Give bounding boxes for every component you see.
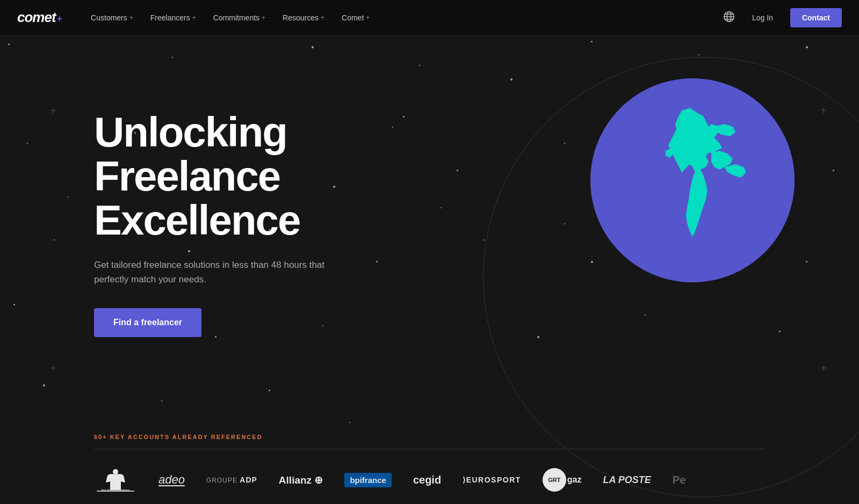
nav-right: Log In Contact <box>723 8 842 27</box>
star <box>564 143 565 144</box>
nav-item-comet[interactable]: Comet + <box>334 9 377 26</box>
hero-subtitle: Get tailored freelance solutions in less… <box>94 258 352 287</box>
svg-text:les mousquetaires: les mousquetaires <box>102 488 130 492</box>
nav-links: Customers + Freelancers + Commitments + … <box>83 9 723 26</box>
logo-laposte: LA POSTE <box>603 466 651 493</box>
nav-label-commitments: Commitments <box>213 13 259 22</box>
find-freelancer-button[interactable]: Find a freelancer <box>94 308 201 337</box>
star <box>441 207 442 208</box>
star <box>698 54 699 55</box>
hero-title-line1: Unlocking <box>94 108 287 156</box>
star <box>510 78 512 81</box>
star <box>537 336 539 338</box>
logo[interactable]: comet+ <box>17 9 62 26</box>
logos-section: 60+ KEY ACCOUNTS ALREADY REFERENCED les … <box>0 434 859 504</box>
hero-title: Unlocking Freelance Excellence <box>94 111 376 243</box>
hero-content: Unlocking Freelance Excellence Get tailo… <box>0 35 376 369</box>
star <box>43 384 45 386</box>
hero-section: + + + + Unlocking Freelance Excellence G… <box>0 35 859 504</box>
star <box>483 239 485 240</box>
nav-label-customers: Customers <box>91 13 127 22</box>
logo-bpifrance: bpifrance <box>344 466 392 493</box>
nav-plus-customers: + <box>129 14 133 21</box>
nav-item-customers[interactable]: Customers + <box>83 9 141 26</box>
star <box>269 390 270 391</box>
star <box>376 261 378 262</box>
star <box>349 422 350 423</box>
nav-plus-commitments: + <box>262 14 265 21</box>
nav-plus-freelancers: + <box>192 14 196 21</box>
cross-decoration: + <box>820 363 827 374</box>
nav-item-freelancers[interactable]: Freelancers + <box>143 9 204 26</box>
logo-mousquetaires: les mousquetaires <box>94 466 137 493</box>
login-button[interactable]: Log In <box>746 9 779 26</box>
globe <box>590 78 795 282</box>
star <box>645 315 646 316</box>
star <box>779 331 781 332</box>
hero-title-line3: Excellence <box>94 196 300 244</box>
star <box>833 170 834 171</box>
svg-point-6 <box>113 469 118 474</box>
star <box>806 46 808 48</box>
star <box>403 116 405 118</box>
contact-button[interactable]: Contact <box>790 8 842 27</box>
hero-title-line2: Freelance <box>94 152 280 200</box>
navbar: comet+ Customers + Freelancers + Commitm… <box>0 0 859 35</box>
nav-label-comet: Comet <box>342 13 364 22</box>
logos-row: les mousquetaires adeo GROUPE ADP Allian… <box>94 466 765 504</box>
logo-cegid: cegid <box>413 466 441 493</box>
logo-plus: + <box>57 13 62 24</box>
globe-sphere <box>590 78 795 282</box>
logo-grtgaz: GRT gaz <box>543 466 582 493</box>
nav-label-freelancers: Freelancers <box>150 13 190 22</box>
nav-plus-comet: + <box>366 14 370 21</box>
logo-allianz: Allianz ⊕ <box>279 466 323 493</box>
logos-label: 60+ KEY ACCOUNTS ALREADY REFERENCED <box>94 434 765 440</box>
logo-eurosport: ⟩EUROSPORT <box>463 466 521 493</box>
language-selector[interactable] <box>723 11 735 25</box>
star <box>564 223 565 224</box>
logo-text: comet+ <box>17 9 62 26</box>
nav-item-commitments[interactable]: Commitments + <box>206 9 273 26</box>
star <box>591 41 593 42</box>
star <box>806 261 807 262</box>
cross-decoration: + <box>820 105 827 116</box>
nav-plus-resources: + <box>321 14 324 21</box>
star <box>419 65 420 66</box>
logos-divider <box>94 449 765 449</box>
logo-partial: Pe <box>673 466 685 493</box>
nav-item-resources[interactable]: Resources + <box>275 9 332 26</box>
star <box>392 127 393 128</box>
star <box>161 400 162 401</box>
logo-adeo: adeo <box>158 466 185 493</box>
nav-label-resources: Resources <box>283 13 319 22</box>
star <box>457 170 458 171</box>
logo-groupe-adp: GROUPE ADP <box>206 466 257 493</box>
logo-adeo-text: adeo <box>158 473 185 487</box>
